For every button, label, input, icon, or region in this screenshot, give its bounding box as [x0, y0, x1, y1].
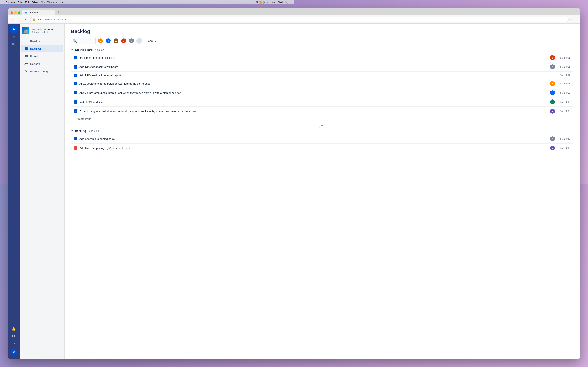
- issue-row[interactable]: ▪ Add NPS feedback to wallboard A SMS-01…: [71, 62, 294, 72]
- on-the-board-title: On the board: [75, 48, 93, 51]
- reload-button[interactable]: ↻: [24, 17, 29, 22]
- tab-bar: 🔷 Atlassian +: [8, 8, 294, 16]
- nav-backlog[interactable]: Backlog: [21, 45, 63, 52]
- issue-type-bug-icon: ▪: [74, 146, 77, 150]
- back-button[interactable]: ←: [11, 17, 16, 22]
- create-icon[interactable]: +: [10, 49, 17, 56]
- on-the-board-count: 7 issues: [94, 48, 104, 51]
- svg-point-13: [26, 71, 27, 72]
- label-chevron-icon: ⌄: [154, 39, 156, 42]
- menu-file[interactable]: File: [18, 1, 22, 4]
- menu-edit[interactable]: Edit: [25, 1, 29, 4]
- board-label: Board: [30, 55, 38, 58]
- issue-type-story-icon: ▪: [74, 109, 77, 113]
- icon-sidebar-top: ◆ ☆ 🔍 +: [10, 25, 17, 184]
- project-settings-label: Project settings: [30, 70, 49, 73]
- issue-type-story-icon: ▪: [74, 100, 77, 104]
- label-filter-text: Label: [147, 39, 153, 42]
- issue-type-story-icon: ▪: [74, 82, 77, 85]
- search-menubar-icon[interactable]: 🔍: [285, 1, 288, 4]
- issue-summary: Implement feedback collector: [79, 56, 294, 59]
- menu-help[interactable]: Help: [60, 1, 65, 4]
- issue-summary: Extend the grace period to accounts with…: [79, 110, 294, 113]
- on-the-board-issue-list: ▪ Implement feedback collector J SMS-001…: [71, 53, 294, 122]
- project-header[interactable]: 🤖 Atlassian Summit... Software project ⌄: [20, 24, 64, 38]
- app-body: ◆ ☆ 🔍 + 🔔 ​ ? U: [8, 24, 294, 184]
- project-name: Atlassian Summit...: [31, 28, 58, 31]
- menu-go[interactable]: Go: [41, 1, 44, 4]
- issue-row[interactable]: ▪ Allow users to change between two tier…: [71, 79, 294, 88]
- issue-type-story-icon: ▪: [74, 65, 77, 68]
- roadmap-label: Roadmap: [30, 40, 42, 43]
- nav-reports[interactable]: Reports: [21, 60, 63, 67]
- issue-row[interactable]: ▪ Add link to app usage (GA) in email re…: [71, 143, 294, 152]
- issue-row[interactable]: ▪ Add NPS feedback to email report SMS-0…: [71, 72, 294, 79]
- issue-row[interactable]: ▪ Add analytics to pricing page A SMS-03…: [71, 134, 294, 143]
- issue-row[interactable]: ▪ Apply a prorated discount to a user wh…: [71, 88, 294, 98]
- menu-view[interactable]: View: [33, 1, 38, 4]
- svg-rect-9: [25, 49, 27, 50]
- project-info: Atlassian Summit... Software project: [31, 28, 58, 33]
- search-box[interactable]: 🔍: [71, 38, 95, 44]
- apple-menu[interactable]: : [2, 1, 3, 4]
- browser-window: 🔷 Atlassian + ← → ↻ 🔒 https:// www.atlas…: [8, 8, 294, 184]
- system-icons: 🖥 📶 🔊 🔋: [256, 1, 269, 4]
- board-icon: [24, 54, 28, 58]
- on-the-board-section-header[interactable]: ▼ On the board 7 issues: [71, 48, 294, 51]
- home-icon[interactable]: ◆: [10, 25, 17, 33]
- tab-title: Atlassian: [29, 11, 39, 14]
- filters-row: 🔍 B H A J M +: [71, 38, 294, 44]
- svg-rect-5: [25, 41, 27, 41]
- control-center-icon[interactable]: ☰: [290, 1, 292, 4]
- avatar-filter-1[interactable]: B: [98, 38, 103, 44]
- issue-type-story-icon: ▪: [74, 56, 77, 59]
- traffic-lights: [10, 11, 22, 16]
- clock: Mon 09:41: [271, 1, 283, 4]
- issue-row[interactable]: ▪ Implement feedback collector J SMS-001: [71, 53, 294, 62]
- avatar-filter-2[interactable]: H: [105, 38, 111, 44]
- search-icon[interactable]: 🔍: [10, 41, 17, 48]
- menubar-left:  Chrome File Edit View Go Window Help: [2, 1, 65, 4]
- svg-rect-12: [27, 55, 27, 57]
- backlog-section-header[interactable]: ▼ Backlog 22 issues: [71, 129, 294, 133]
- avatar-filter-5[interactable]: M: [129, 38, 134, 44]
- svg-rect-8: [25, 48, 27, 49]
- tab-favicon: 🔷: [25, 11, 27, 14]
- url-text: https:// www.atlassian.com: [37, 18, 66, 21]
- create-issue-button[interactable]: + Create issue: [71, 116, 294, 122]
- project-avatar: 🤖: [22, 27, 29, 34]
- lock-icon: 🔒: [33, 18, 35, 21]
- new-tab-button[interactable]: +: [56, 9, 61, 15]
- issue-summary: Install SSL certificate: [79, 100, 294, 104]
- section-divider-container: [71, 125, 294, 126]
- avatar-filter-4[interactable]: J: [121, 38, 127, 44]
- menu-window[interactable]: Window: [47, 1, 57, 4]
- issue-row[interactable]: ▪ Install SSL certificate H SMS-035: [71, 98, 294, 107]
- avatar-filter-3[interactable]: A: [113, 38, 119, 44]
- reports-label: Reports: [30, 62, 40, 66]
- issue-row[interactable]: ▪ Extend the grace period to accounts wi…: [71, 107, 294, 116]
- issue-summary: Add link to app usage (GA) in email repo…: [79, 147, 294, 150]
- browser-tab[interactable]: 🔷 Atlassian: [22, 10, 55, 16]
- nav-roadmap[interactable]: Roadmap: [21, 38, 63, 45]
- address-field[interactable]: 🔒 https:// www.atlassian.com: [30, 17, 294, 22]
- forward-button[interactable]: →: [17, 17, 22, 22]
- label-filter-button[interactable]: Label ⌄: [144, 38, 159, 44]
- project-type: Software project: [31, 31, 58, 33]
- menu-chrome[interactable]: Chrome: [6, 1, 15, 4]
- page-title: Backlog: [71, 29, 294, 34]
- settings-icon: [24, 69, 28, 73]
- nav-project-settings[interactable]: Project settings: [21, 68, 63, 75]
- backlog-section-title: Backlog: [75, 129, 86, 133]
- favorites-icon[interactable]: ☆: [10, 33, 17, 40]
- minimize-button[interactable]: [14, 11, 17, 14]
- issue-summary: Add analytics to pricing page: [79, 137, 294, 141]
- nav-board[interactable]: Board: [21, 53, 63, 60]
- maximize-button[interactable]: [18, 11, 20, 14]
- backlog-icon: [24, 47, 28, 51]
- project-chevron-icon: ⌄: [60, 29, 62, 32]
- issue-type-story-icon: ▪: [74, 91, 77, 94]
- add-filter-avatar-button[interactable]: +: [136, 38, 142, 44]
- close-button[interactable]: [11, 11, 13, 14]
- issue-summary: Add NPS feedback to email report: [79, 74, 294, 77]
